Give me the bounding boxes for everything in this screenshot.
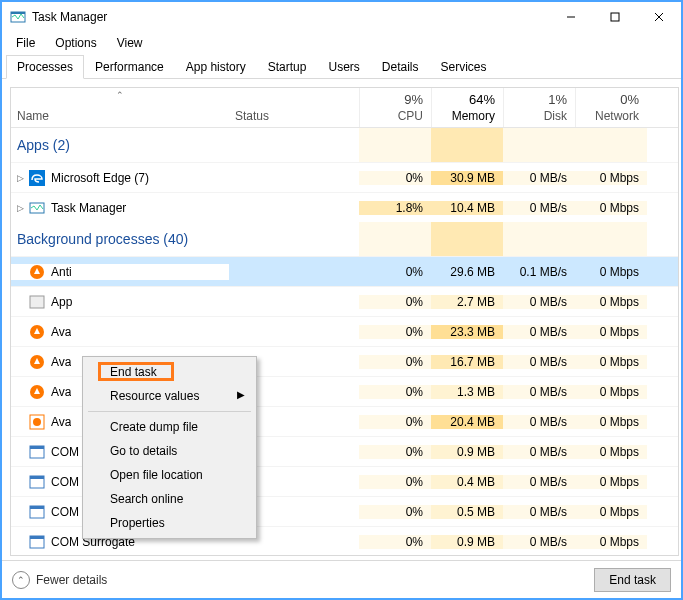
tab-startup[interactable]: Startup	[257, 55, 318, 79]
cell-memory: 23.3 MB	[431, 325, 503, 339]
svg-rect-22	[30, 536, 44, 539]
svg-rect-16	[30, 446, 44, 449]
cell-cpu: 0%	[359, 385, 431, 399]
close-button[interactable]	[637, 2, 681, 32]
expand-icon[interactable]: ▷	[13, 173, 27, 183]
end-task-button[interactable]: End task	[594, 568, 671, 592]
cell-network: 0 Mbps	[575, 475, 647, 489]
cell-disk: 0 MB/s	[503, 355, 575, 369]
cell-memory: 20.4 MB	[431, 415, 503, 429]
memory-label: Memory	[440, 109, 495, 123]
cell-disk: 0 MB/s	[503, 475, 575, 489]
cell-cpu: 1.8%	[359, 201, 431, 215]
process-icon	[29, 474, 45, 490]
table-row[interactable]: Ava 0% 23.3 MB 0 MB/s 0 Mbps	[11, 316, 678, 346]
ctx-open-location[interactable]: Open file location	[86, 463, 253, 487]
process-icon	[29, 534, 45, 550]
cpu-pct: 9%	[368, 92, 423, 107]
minimize-button[interactable]	[549, 2, 593, 32]
process-name: Ava	[51, 355, 71, 369]
col-network[interactable]: 0% Network	[575, 88, 647, 127]
menu-options[interactable]: Options	[47, 34, 104, 52]
tab-performance[interactable]: Performance	[84, 55, 175, 79]
titlebar[interactable]: Task Manager	[2, 2, 681, 32]
col-name-label: Name	[17, 109, 223, 123]
table-row[interactable]: Anti 0% 29.6 MB 0.1 MB/s 0 Mbps	[11, 256, 678, 286]
ctx-go-details[interactable]: Go to details	[86, 439, 253, 463]
cell-memory: 10.4 MB	[431, 201, 503, 215]
tab-processes[interactable]: Processes	[6, 55, 84, 79]
footer: ⌃ Fewer details End task	[2, 560, 681, 598]
col-memory[interactable]: 64% Memory	[431, 88, 503, 127]
tab-users[interactable]: Users	[317, 55, 370, 79]
fewer-details-button[interactable]: ⌃ Fewer details	[12, 571, 107, 589]
tab-details[interactable]: Details	[371, 55, 430, 79]
col-cpu[interactable]: 9% CPU	[359, 88, 431, 127]
network-label: Network	[584, 109, 639, 123]
cell-cpu: 0%	[359, 445, 431, 459]
menubar: File Options View	[2, 32, 681, 54]
sort-chevron-icon: ⌃	[116, 90, 124, 100]
ctx-resource-values-label: Resource values	[110, 389, 199, 403]
cell-memory: 0.9 MB	[431, 535, 503, 549]
context-menu: End task Resource values ▶ Create dump f…	[82, 356, 257, 539]
tab-services[interactable]: Services	[430, 55, 498, 79]
cell-network: 0 Mbps	[575, 171, 647, 185]
ctx-end-task[interactable]: End task	[86, 360, 253, 384]
content-area: ⌃ Name Status 9% CPU 64% Memory 1% Disk	[2, 79, 681, 560]
cell-network: 0 Mbps	[575, 325, 647, 339]
cell-cpu: 0%	[359, 171, 431, 185]
col-status[interactable]: Status	[229, 88, 359, 127]
menu-file[interactable]: File	[8, 34, 43, 52]
ctx-search-online[interactable]: Search online	[86, 487, 253, 511]
expand-icon[interactable]: ▷	[13, 203, 27, 213]
svg-rect-3	[611, 13, 619, 21]
ctx-resource-values[interactable]: Resource values ▶	[86, 384, 253, 408]
cell-network: 0 Mbps	[575, 505, 647, 519]
col-name[interactable]: ⌃ Name	[11, 88, 229, 127]
svg-point-14	[33, 418, 41, 426]
cell-network: 0 Mbps	[575, 445, 647, 459]
cell-disk: 0 MB/s	[503, 445, 575, 459]
ctx-properties[interactable]: Properties	[86, 511, 253, 535]
tab-app-history[interactable]: App history	[175, 55, 257, 79]
chevron-up-icon: ⌃	[12, 571, 30, 589]
svg-rect-1	[11, 12, 25, 14]
cell-network: 0 Mbps	[575, 201, 647, 215]
process-icon	[29, 294, 45, 310]
col-disk[interactable]: 1% Disk	[503, 88, 575, 127]
cell-network: 0 Mbps	[575, 355, 647, 369]
fewer-details-label: Fewer details	[36, 573, 107, 587]
cell-memory: 16.7 MB	[431, 355, 503, 369]
ctx-create-dump[interactable]: Create dump file	[86, 415, 253, 439]
cell-cpu: 0%	[359, 415, 431, 429]
maximize-button[interactable]	[593, 2, 637, 32]
process-name: Ava	[51, 415, 71, 429]
cell-cpu: 0%	[359, 535, 431, 549]
col-status-label: Status	[235, 109, 269, 123]
menu-view[interactable]: View	[109, 34, 151, 52]
cell-network: 0 Mbps	[575, 265, 647, 279]
cpu-label: CPU	[368, 109, 423, 123]
disk-pct: 1%	[512, 92, 567, 107]
cell-memory: 30.9 MB	[431, 171, 503, 185]
table-row[interactable]: App 0% 2.7 MB 0 MB/s 0 Mbps	[11, 286, 678, 316]
section-apps-label: Apps (2)	[17, 137, 70, 153]
cell-disk: 0.1 MB/s	[503, 265, 575, 279]
table-row[interactable]: ▷ Task Manager 1.8% 10.4 MB 0 MB/s 0 Mbp…	[11, 192, 678, 222]
cell-memory: 0.4 MB	[431, 475, 503, 489]
process-icon	[29, 384, 45, 400]
svg-rect-20	[30, 506, 44, 509]
svg-rect-9	[30, 296, 44, 308]
process-icon	[29, 264, 45, 280]
process-icon	[29, 444, 45, 460]
process-icon	[29, 200, 45, 216]
process-name: Anti	[51, 265, 72, 279]
cell-cpu: 0%	[359, 355, 431, 369]
table-row[interactable]: ▷ Microsoft Edge (7) 0% 30.9 MB 0 MB/s 0…	[11, 162, 678, 192]
process-name: Task Manager	[51, 201, 126, 215]
cell-disk: 0 MB/s	[503, 385, 575, 399]
process-icon	[29, 170, 45, 186]
section-apps: Apps (2)	[11, 128, 678, 162]
cell-memory: 0.9 MB	[431, 445, 503, 459]
